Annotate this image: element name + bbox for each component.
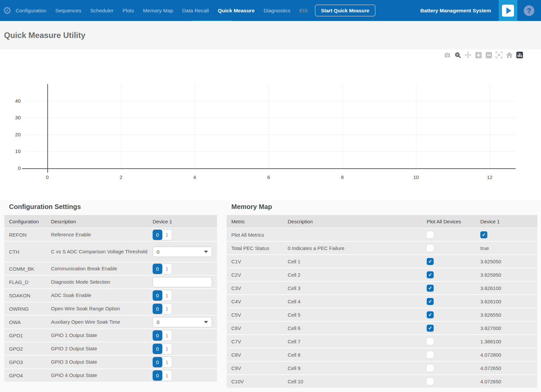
plot-all-checkbox[interactable]: [427, 311, 434, 318]
table-row-plot-all-metrics: Plot All Metrics: [227, 228, 537, 241]
x-tick-4: 4: [185, 174, 205, 181]
start-quick-measure-button[interactable]: Start Quick Measure: [315, 5, 375, 16]
toggle-unselected[interactable]: 1: [162, 230, 172, 240]
gridline-x8: [342, 84, 343, 168]
col-description: Description: [51, 219, 153, 224]
device1-value: 3.626100: [480, 285, 537, 291]
toggle-selected[interactable]: 0: [153, 304, 162, 314]
metric-description: Cell 2: [288, 272, 427, 278]
plot-all-checkbox[interactable]: [427, 365, 434, 372]
nav-item-diagnostics[interactable]: Diagnostics: [264, 8, 290, 14]
toggle-selected[interactable]: 0: [153, 290, 162, 301]
config-name: REFON: [9, 232, 51, 238]
help-icon[interactable]: ?: [524, 5, 534, 16]
col-metric: Metric: [231, 219, 288, 224]
chevron-down-icon: [204, 251, 208, 253]
config-settings-title: Configuration Settings: [9, 203, 81, 211]
table-row-c6v: C6V Cell 6 3.627000: [227, 322, 537, 334]
nav-item-memory-map[interactable]: Memory Map: [143, 8, 173, 14]
device1-value: 1.388100: [480, 339, 537, 344]
zoom-icon[interactable]: [454, 52, 461, 58]
cth-dropdown[interactable]: 0: [153, 247, 212, 257]
memory-map-table: Metric Description Plot All Devices Devi…: [227, 215, 537, 388]
toggle-unselected[interactable]: 1: [162, 357, 172, 367]
nav-item-configuration[interactable]: Configuration: [16, 8, 46, 14]
toggle-unselected[interactable]: 1: [162, 264, 172, 274]
camera-icon[interactable]: [444, 52, 451, 58]
comm-bk-toggle[interactable]: 01: [153, 264, 172, 274]
y-tick-10: 10: [4, 148, 21, 155]
config-description: Open Wire Soak Range Option: [51, 305, 153, 312]
device1-checkbox[interactable]: [480, 231, 487, 238]
chevron-down-icon: [204, 321, 208, 323]
config-name: GPO1: [9, 333, 51, 338]
plot-all-checkbox[interactable]: [427, 351, 434, 358]
plot-all-checkbox[interactable]: [427, 258, 434, 265]
plot-all-checkbox[interactable]: [427, 271, 434, 278]
config-name: COMM_BK: [9, 266, 51, 272]
toggle-selected[interactable]: 0: [153, 230, 162, 240]
col-plot-all-devices: Plot All Devices: [427, 219, 480, 224]
metric-name: C6V: [231, 325, 288, 331]
reset-home-icon[interactable]: [506, 52, 513, 58]
y-tick-0: 0: [4, 165, 21, 172]
soakon-toggle[interactable]: 01: [153, 290, 172, 301]
nav-item-plots[interactable]: Plots: [122, 8, 134, 14]
gpo2-toggle[interactable]: 01: [153, 344, 172, 354]
refon-toggle[interactable]: 01: [153, 230, 172, 240]
metric-name: C3V: [231, 285, 288, 291]
x-tick-0: 0: [37, 174, 57, 181]
owrng-toggle[interactable]: 01: [153, 304, 172, 314]
plot-all-checkbox[interactable]: [427, 245, 434, 252]
toggle-selected[interactable]: 0: [153, 370, 162, 381]
nav-item-quick-measure[interactable]: Quick Measure: [218, 8, 255, 14]
gridline-y10: [25, 151, 516, 152]
plotly-logo-icon[interactable]: [516, 52, 523, 58]
toggle-selected[interactable]: 0: [153, 330, 162, 341]
table-row-total-pec: Total PEC Status 0 Indicates a PEC Failu…: [227, 242, 537, 254]
gridline-x10: [416, 84, 416, 168]
zoom-in-icon[interactable]: [475, 52, 482, 58]
flag-d-input[interactable]: [153, 277, 212, 287]
config-name: FLAG_D: [9, 279, 51, 285]
config-description: Reference Enable: [51, 231, 153, 238]
config-description: Diagnostic Mode Selection: [51, 278, 153, 286]
metric-name: C1V: [231, 259, 288, 264]
plot-all-checkbox[interactable]: [427, 298, 434, 305]
gpo4-toggle[interactable]: 01: [153, 370, 172, 381]
owa-dropdown[interactable]: 0: [153, 317, 212, 327]
run-button[interactable]: [499, 0, 517, 21]
plot-all-checkbox[interactable]: [427, 338, 434, 345]
table-row-flag-d: FLAG_D Diagnostic Mode Selection: [4, 276, 217, 288]
toggle-unselected[interactable]: 1: [162, 304, 172, 314]
toggle-unselected[interactable]: 1: [162, 344, 172, 354]
config-description: GPIO 3 Output State: [51, 358, 153, 366]
table-row-c8v: C8V Cell 8 4.072800: [227, 348, 537, 361]
nav-item-scheduler[interactable]: Scheduler: [90, 8, 114, 14]
device1-value: 4.072650: [480, 365, 537, 371]
plot-modebar: [444, 52, 523, 58]
nav-item-data-recall[interactable]: Data Recall: [182, 8, 209, 14]
toggle-unselected[interactable]: 1: [162, 370, 172, 381]
x-tick-8: 8: [332, 174, 352, 181]
nav-item-sequences[interactable]: Sequences: [55, 8, 81, 14]
toggle-selected[interactable]: 0: [153, 344, 162, 354]
autoscale-icon[interactable]: [496, 52, 502, 58]
plot-all-checkbox[interactable]: [427, 231, 434, 238]
table-row-cth: CTH C vs S ADC Comparison Voltage Thresh…: [4, 242, 217, 262]
plot-all-checkbox[interactable]: [427, 325, 434, 332]
toggle-selected[interactable]: 0: [153, 357, 162, 367]
toggle-unselected[interactable]: 1: [162, 330, 172, 341]
plot-all-checkbox[interactable]: [427, 378, 434, 385]
plot-all-checkbox[interactable]: [427, 285, 434, 292]
zoom-out-icon[interactable]: [485, 52, 492, 58]
gear-icon[interactable]: ⚙: [3, 6, 12, 16]
gpo1-toggle[interactable]: 01: [153, 330, 172, 341]
col-device1: Device 1: [153, 219, 217, 224]
gridline-x12: [490, 84, 490, 168]
toggle-selected[interactable]: 0: [153, 264, 162, 274]
table-row-gpo2: GPO2 GPIO 2 Output State 01: [4, 342, 217, 355]
gpo3-toggle[interactable]: 01: [153, 357, 172, 367]
pan-icon[interactable]: [465, 52, 471, 58]
toggle-unselected[interactable]: 1: [162, 290, 172, 301]
